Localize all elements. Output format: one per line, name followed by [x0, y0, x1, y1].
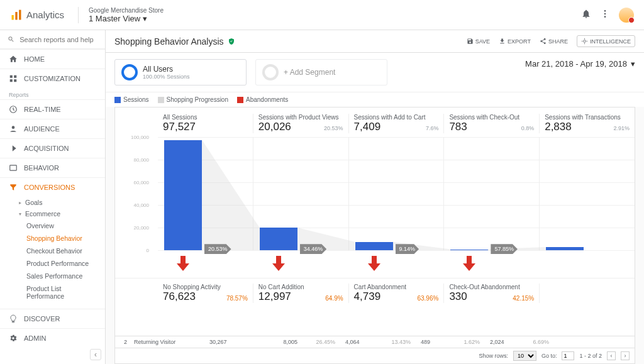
nav-acquisition[interactable]: ACQUISITION — [0, 138, 105, 158]
search-icon — [8, 35, 14, 43]
page-title: Shopping Behavior Analysis — [114, 36, 235, 47]
svg-rect-12 — [10, 165, 17, 170]
main-content: Shopping Behavior Analysis SAVE EXPORT S… — [106, 30, 644, 364]
top-bar: Analytics Google Merchandise Store 1 Mas… — [0, 0, 644, 30]
donut-icon — [121, 64, 138, 80]
caret-down-icon: ▾ — [143, 14, 147, 23]
svg-rect-0 — [12, 15, 14, 20]
nav-discover[interactable]: DISCOVER — [0, 309, 105, 328]
nav-behavior[interactable]: BEHAVIOR — [0, 158, 105, 177]
nav-customization[interactable]: CUSTOMIZATION — [0, 69, 105, 88]
nav-ecommerce[interactable]: ▾Ecommerce — [0, 208, 105, 219]
verified-icon — [228, 38, 235, 45]
svg-point-3 — [604, 10, 606, 12]
svg-rect-9 — [14, 79, 16, 82]
account-selector[interactable]: Google Merchandise Store 1 Master View▾ — [78, 7, 164, 23]
nav-home[interactable]: HOME — [0, 49, 105, 69]
goto-input[interactable] — [562, 351, 574, 360]
reports-section-label: Reports — [0, 88, 105, 99]
pager: Show rows: 10 Go to: 1 - 2 of 2 ‹ › — [114, 348, 635, 364]
share-button[interactable]: SHARE — [540, 38, 568, 45]
donut-icon — [262, 64, 279, 80]
nav-goals[interactable]: ▸Goals — [0, 197, 105, 208]
export-button[interactable]: EXPORT — [499, 38, 531, 45]
svg-point-4 — [604, 13, 606, 15]
add-segment-button[interactable]: + Add Segment — [255, 59, 387, 85]
svg-rect-14 — [180, 256, 186, 263]
svg-rect-15 — [276, 256, 281, 263]
date-range-picker[interactable]: Mar 21, 2018 - Apr 19, 2018▾ — [525, 59, 635, 69]
bell-icon[interactable] — [581, 9, 591, 21]
account-name: Google Merchandise Store — [89, 7, 164, 14]
abandon-arrow-icon — [177, 256, 189, 273]
flow-label: 9.14% — [396, 244, 419, 254]
nav-conversions[interactable]: CONVERSIONS — [0, 177, 105, 197]
segment-all-users[interactable]: All Users100.00% Sessions — [114, 59, 247, 85]
nav-sales-performance[interactable]: Sales Performance — [0, 270, 105, 282]
rows-select[interactable]: 10 — [513, 351, 536, 361]
svg-point-5 — [604, 16, 606, 18]
chart-legend: Sessions Shopping Progression Abandonmen… — [106, 92, 644, 107]
funnel-bar[interactable] — [546, 247, 584, 250]
product-name: Analytics — [26, 9, 64, 20]
sidebar: HOME CUSTOMIZATION Reports REAL-TIME AUD… — [0, 30, 106, 364]
product-logo[interactable]: Analytics — [10, 9, 64, 21]
nav-audience[interactable]: AUDIENCE — [0, 119, 105, 138]
abandon-arrow-icon — [463, 256, 475, 273]
svg-rect-8 — [10, 79, 13, 82]
prev-page-button[interactable]: ‹ — [607, 351, 616, 360]
funnel-chart: All Sessions97,527Sessions with Product … — [114, 107, 635, 336]
nav-product-performance[interactable]: Product Performance — [0, 257, 105, 270]
svg-point-13 — [584, 40, 586, 43]
more-icon[interactable] — [600, 9, 610, 21]
row-label: Returning Visitor — [129, 339, 204, 345]
funnel-bar[interactable] — [450, 250, 488, 250]
nav-checkout-behavior[interactable]: Checkout Behavior — [0, 245, 105, 257]
funnel-bar[interactable] — [260, 228, 297, 250]
nav-overview[interactable]: Overview — [0, 219, 105, 232]
svg-rect-1 — [15, 12, 17, 20]
caret-down-icon: ▾ — [631, 59, 635, 69]
funnel-bar[interactable] — [355, 242, 393, 250]
table-row[interactable]: 2 Returning Visitor 30,267 8,005 26.45% … — [114, 336, 635, 348]
avatar[interactable] — [619, 8, 634, 23]
svg-rect-16 — [372, 256, 377, 263]
svg-rect-7 — [14, 75, 16, 78]
funnel-bar[interactable] — [164, 140, 202, 251]
nav-admin[interactable]: ADMIN — [0, 328, 105, 348]
nav-shopping-behavior[interactable]: Shopping Behavior — [0, 232, 105, 245]
svg-point-11 — [12, 126, 15, 129]
nav-product-list-performance[interactable]: Product List Performance — [0, 282, 105, 302]
collapse-sidebar-button[interactable]: ‹ — [90, 349, 101, 360]
svg-rect-6 — [10, 75, 13, 78]
view-name: 1 Master View — [89, 14, 140, 23]
flow-label: 34.46% — [300, 244, 327, 254]
svg-rect-17 — [467, 256, 472, 263]
search-input[interactable] — [19, 36, 97, 43]
flow-label: 20.53% — [204, 244, 231, 254]
abandon-arrow-icon — [368, 256, 380, 273]
svg-rect-2 — [19, 9, 21, 19]
next-page-button[interactable]: › — [621, 351, 630, 360]
flow-label: 57.85% — [491, 244, 518, 254]
nav-realtime[interactable]: REAL-TIME — [0, 99, 105, 119]
save-button[interactable]: SAVE — [467, 38, 490, 45]
intelligence-button[interactable]: INTELLIGENCE — [577, 35, 635, 47]
abandon-arrow-icon — [272, 256, 285, 273]
